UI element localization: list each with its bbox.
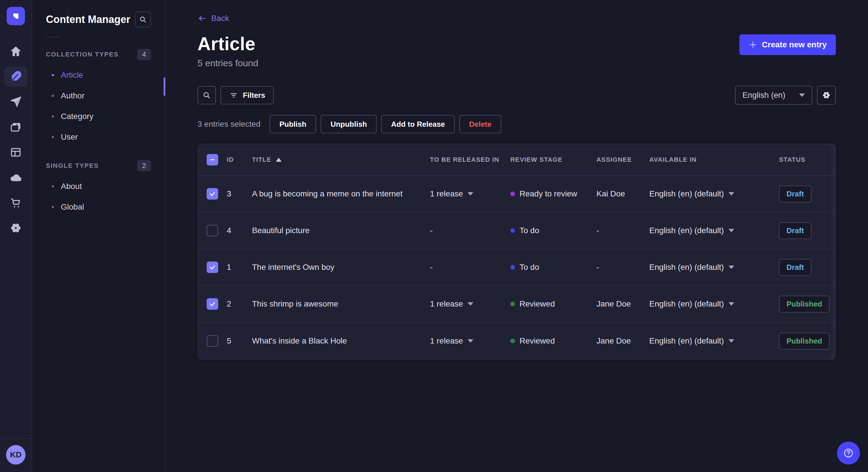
single-types-count-badge: 2 (137, 160, 151, 171)
deploy-cloud-icon[interactable] (4, 167, 27, 188)
search-icon (139, 15, 147, 24)
strapi-logo[interactable] (7, 7, 25, 25)
sidebar-search-button[interactable] (135, 11, 151, 28)
table-header-row: ID TITLE TO BE RELEASED IN REVIEW STAGE … (198, 144, 835, 176)
stage-dot (510, 339, 515, 343)
marketplace-cart-icon[interactable] (4, 193, 27, 213)
sidebar-divider (46, 37, 60, 37)
add-to-release-button[interactable]: Add to Release (381, 115, 455, 133)
stage-dot (510, 192, 515, 196)
chevron-down-icon (728, 302, 734, 306)
user-avatar[interactable]: KD (6, 445, 26, 465)
search-button[interactable] (197, 86, 216, 104)
row-locale[interactable]: English (en) (default) (649, 263, 779, 272)
select-all-checkbox[interactable] (207, 154, 218, 165)
status-badge: Draft (779, 186, 811, 202)
check-icon (209, 264, 216, 271)
check-icon (209, 191, 216, 197)
collection-types-section: COLLECTION TYPES 4 Article Author Catego… (46, 49, 151, 147)
bullet-icon (52, 136, 54, 138)
status-badge: Draft (779, 259, 811, 276)
row-checkbox[interactable] (207, 335, 218, 347)
sidebar-item-user[interactable]: User (46, 127, 151, 147)
row-review-stage: Ready to review (510, 189, 596, 198)
locale-select[interactable]: English (en) (735, 86, 812, 105)
row-locale[interactable]: English (en) (default) (649, 299, 779, 308)
home-icon[interactable] (4, 41, 27, 61)
help-button[interactable] (837, 442, 860, 465)
search-icon (203, 91, 211, 100)
sidebar-item-about[interactable]: About (46, 176, 151, 197)
table-row[interactable]: 1 The internet's Own boy - To do - Engli… (198, 249, 835, 286)
media-library-icon[interactable] (4, 117, 27, 137)
column-header-available-in[interactable]: AVAILABLE IN (649, 156, 779, 164)
row-locale[interactable]: English (en) (default) (649, 226, 779, 235)
create-new-entry-button[interactable]: Create new entry (739, 34, 836, 55)
row-release[interactable]: 1 release (430, 189, 510, 198)
chevron-down-icon (728, 192, 734, 196)
column-header-review-stage[interactable]: REVIEW STAGE (510, 156, 596, 164)
column-header-id[interactable]: ID (227, 156, 252, 164)
column-header-status[interactable]: STATUS (779, 156, 835, 164)
row-review-stage: Reviewed (510, 299, 596, 308)
content-manager-sidebar: Content Manager COLLECTION TYPES 4 Artic… (32, 0, 165, 472)
entries-count: 5 entries found (197, 58, 258, 69)
sidebar-item-author[interactable]: Author (46, 86, 151, 106)
row-title: This shrimp is awesome (252, 299, 430, 308)
row-locale[interactable]: English (en) (default) (649, 189, 779, 198)
row-assignee: - (596, 263, 649, 272)
row-release[interactable]: 1 release (430, 336, 510, 345)
chevron-down-icon (728, 229, 734, 232)
row-id: 3 (227, 189, 252, 198)
stage-dot (510, 228, 515, 233)
row-checkbox[interactable] (207, 225, 218, 236)
content-manager-icon[interactable] (4, 67, 27, 87)
sidebar-title: Content Manager (46, 13, 130, 26)
sidebar-item-global[interactable]: Global (46, 197, 151, 217)
row-title: What's inside a Black Hole (252, 336, 430, 345)
row-release[interactable]: - (430, 226, 510, 235)
row-release[interactable]: 1 release (430, 299, 510, 308)
releases-icon[interactable] (4, 92, 27, 112)
row-id: 1 (227, 263, 252, 272)
table-row[interactable]: 5 What's inside a Black Hole 1 release R… (198, 323, 835, 359)
status-badge: Published (779, 333, 830, 349)
row-release[interactable]: - (430, 263, 510, 272)
publish-button[interactable]: Publish (270, 115, 316, 133)
row-review-stage: To do (510, 226, 596, 235)
unpublish-button[interactable]: Unpublish (321, 115, 377, 133)
content-type-builder-icon[interactable] (4, 142, 27, 162)
settings-gear-icon[interactable] (4, 218, 27, 238)
row-checkbox[interactable] (207, 262, 218, 273)
filters-button[interactable]: Filters (220, 86, 274, 104)
strapi-logo-glyph (11, 11, 21, 21)
table-row[interactable]: 2 This shrimp is awesome 1 release Revie… (198, 286, 835, 323)
sort-ascending-icon (276, 158, 282, 162)
question-mark-icon (843, 447, 854, 459)
table-row[interactable]: 4 Beautiful picture - To do - English (e… (198, 212, 835, 249)
row-review-stage: Reviewed (510, 336, 596, 345)
sidebar-item-article[interactable]: Article (46, 65, 151, 86)
back-link[interactable]: Back (197, 14, 229, 23)
bullet-icon (52, 185, 54, 188)
status-badge: Draft (779, 222, 811, 239)
row-locale[interactable]: English (en) (default) (649, 336, 779, 345)
status-badge: Published (779, 296, 830, 312)
table-row[interactable]: 3 A bug is becoming a meme on the intern… (198, 176, 835, 212)
main-nav-rail: KD (0, 0, 32, 472)
stage-dot (510, 265, 515, 270)
list-toolbar: Filters English (en) (197, 86, 836, 105)
sidebar-header: Content Manager (46, 11, 151, 28)
delete-button[interactable]: Delete (459, 115, 501, 133)
sidebar-item-category[interactable]: Category (46, 106, 151, 127)
column-header-assignee[interactable]: ASSIGNEE (596, 156, 649, 164)
chevron-down-icon (468, 192, 473, 196)
selected-count-text: 3 entries selected (197, 120, 260, 129)
view-settings-button[interactable] (817, 86, 836, 105)
column-header-title[interactable]: TITLE (252, 156, 430, 164)
row-checkbox[interactable] (207, 188, 218, 200)
row-id: 5 (227, 336, 252, 345)
row-checkbox[interactable] (207, 298, 218, 310)
single-types-label: SINGLE TYPES (46, 162, 99, 169)
column-header-release[interactable]: TO BE RELEASED IN (430, 156, 510, 164)
